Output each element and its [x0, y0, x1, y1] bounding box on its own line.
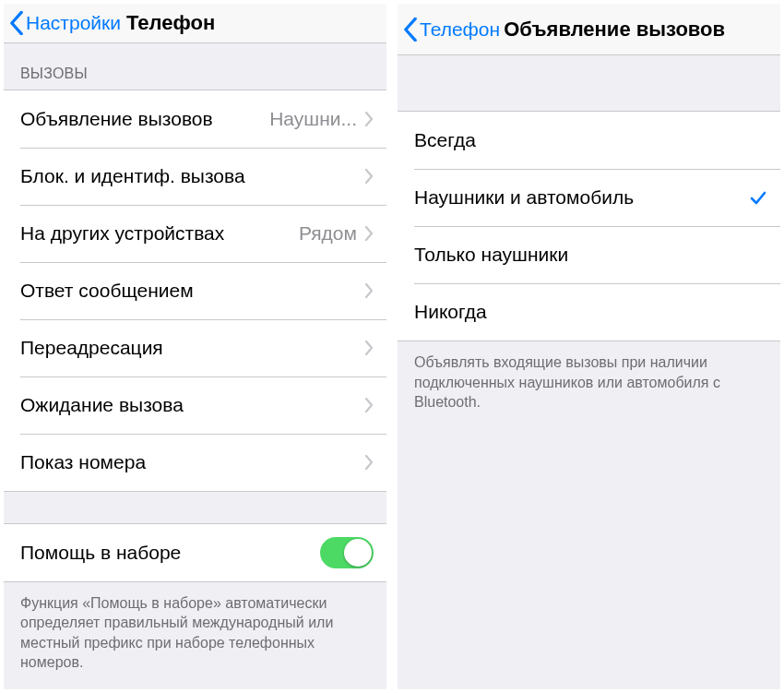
- section-header-calls: ВЫЗОВЫ: [4, 43, 386, 90]
- option-label: Всегда: [414, 129, 476, 151]
- nav-bar: Настройки Телефон: [4, 4, 386, 43]
- dial-assist-toggle[interactable]: [320, 537, 374, 568]
- row-forwarding[interactable]: Переадресация: [4, 319, 386, 376]
- announce-options-group: Всегда Наушники и автомобиль Только науш…: [398, 111, 780, 341]
- option-headphones-car[interactable]: Наушники и автомобиль: [398, 169, 780, 226]
- row-show-number[interactable]: Показ номера: [4, 434, 386, 491]
- row-label: Блок. и идентиф. вызова: [20, 165, 245, 187]
- chevron-right-icon: [364, 168, 374, 185]
- announce-calls-screen: Телефон Объявление вызовов Всегда Наушни…: [398, 4, 780, 689]
- row-label: Переадресация: [20, 337, 163, 359]
- chevron-right-icon: [364, 397, 374, 413]
- row-label: Помощь в наборе: [20, 542, 181, 564]
- row-value: Наушни...: [269, 108, 357, 130]
- option-label: Только наушники: [414, 244, 568, 266]
- option-never[interactable]: Никогда: [398, 283, 780, 341]
- option-label: Никогда: [414, 301, 487, 323]
- row-label: На других устройствах: [20, 222, 224, 245]
- phone-settings-screen: Настройки Телефон ВЫЗОВЫ Объявление вызо…: [4, 4, 386, 689]
- chevron-left-icon: [403, 18, 418, 42]
- nav-bar: Телефон Объявление вызовов: [398, 4, 780, 55]
- dial-assist-footer: Функция «Помощь в наборе» автоматически …: [4, 582, 386, 689]
- chevron-left-icon: [9, 11, 24, 35]
- row-dial-assist[interactable]: Помощь в наборе: [4, 524, 386, 581]
- row-label: Ответ сообщением: [20, 280, 194, 302]
- back-label: Телефон: [420, 18, 500, 41]
- chevron-right-icon: [364, 225, 374, 242]
- check-icon: [749, 188, 767, 207]
- back-label: Настройки: [26, 12, 121, 34]
- row-value: Рядом: [299, 222, 357, 245]
- chevron-right-icon: [364, 111, 374, 127]
- announce-footer: Объявлять входящие вызовы при наличии по…: [398, 341, 780, 429]
- dial-assist-group: Помощь в наборе: [4, 523, 386, 582]
- row-reply-message[interactable]: Ответ сообщением: [4, 262, 386, 319]
- row-block-id[interactable]: Блок. и идентиф. вызова: [4, 148, 386, 205]
- row-label: Объявление вызовов: [20, 108, 213, 130]
- nav-title: Объявление вызовов: [504, 18, 725, 42]
- back-button[interactable]: Телефон: [403, 18, 500, 42]
- nav-title: Телефон: [126, 11, 215, 35]
- chevron-right-icon: [364, 282, 374, 299]
- chevron-right-icon: [364, 454, 374, 471]
- group-gap: [4, 492, 386, 523]
- row-announce-calls[interactable]: Объявление вызовов Наушни...: [4, 90, 386, 148]
- row-other-devices[interactable]: На других устройствах Рядом: [4, 205, 386, 262]
- option-always[interactable]: Всегда: [398, 112, 780, 169]
- row-label: Ожидание вызова: [20, 394, 184, 416]
- back-button[interactable]: Настройки: [9, 11, 121, 35]
- option-headphones-only[interactable]: Только наушники: [398, 226, 780, 283]
- row-call-waiting[interactable]: Ожидание вызова: [4, 376, 386, 434]
- option-label: Наушники и автомобиль: [414, 186, 634, 209]
- chevron-right-icon: [364, 340, 374, 356]
- calls-group: Объявление вызовов Наушни... Блок. и иде…: [4, 90, 386, 492]
- row-label: Показ номера: [20, 451, 146, 473]
